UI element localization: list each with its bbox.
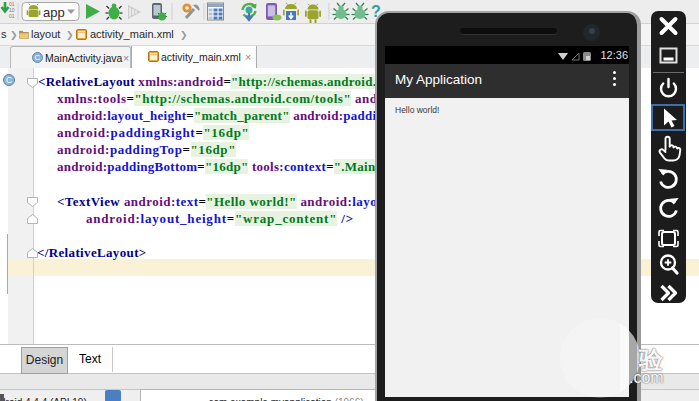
svg-text:01: 01: [9, 13, 15, 19]
svg-text:app: app: [43, 5, 65, 20]
